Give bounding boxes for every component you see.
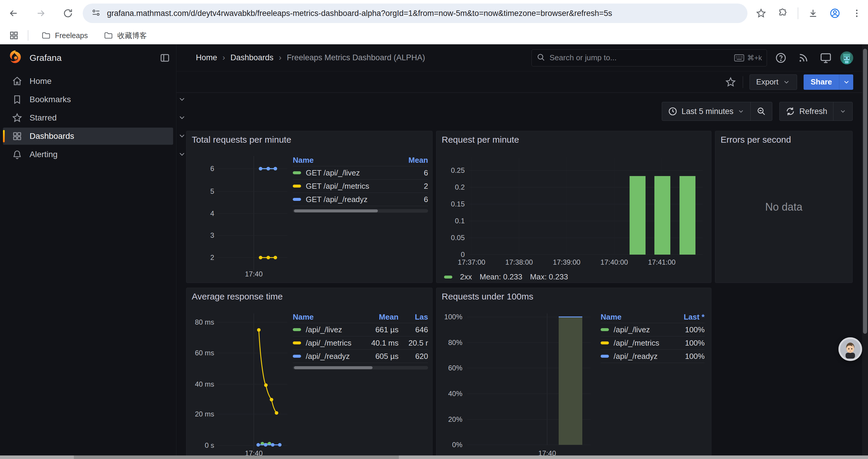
user-avatar[interactable] [840,52,853,64]
keyboard-icon [734,54,744,62]
profile-icon[interactable] [826,4,844,23]
bookmark-folder[interactable]: 收藏博客 [99,29,151,42]
monitor-icon[interactable] [817,49,834,66]
legend-item: 2xx [460,272,472,282]
series-color-swatch [293,198,301,201]
bell-icon [12,149,23,160]
svg-text:0.05: 0.05 [451,234,465,241]
svg-text:5: 5 [210,187,214,195]
url-bar[interactable]: grafana.mathmast.com/d/deytv4rwavabkb/fr… [83,4,747,23]
site-settings-icon[interactable] [91,8,101,19]
bookmark-star-icon[interactable] [752,4,771,23]
series-row[interactable]: GET /api/_/readyz6 [293,193,428,206]
brand-name[interactable]: Grafana [30,53,159,63]
series-color-swatch [601,341,609,345]
series-row[interactable]: /api/_/livez100% [601,323,705,336]
column-header[interactable]: Mean [360,313,399,322]
breadcrumb-item[interactable]: Dashboards [230,53,274,62]
series-row[interactable]: /api/_/readyz100% [601,350,705,363]
sidebar-item-label: Starred [30,113,57,123]
sidebar-item-label: Home [30,76,52,86]
search-shortcut: ⌘+k [734,54,762,62]
apps-grid-icon[interactable] [9,30,19,40]
zoom-out-icon [756,107,766,116]
svg-text:80%: 80% [448,338,462,347]
share-menu-button[interactable] [839,74,853,90]
dashboard-actions-bar: Export Share [176,71,868,93]
folder-icon [41,31,51,40]
svg-text:17:39:00: 17:39:00 [553,258,580,266]
chart-plot[interactable]: 100%80%60%40%20%0%17:40 [439,300,599,459]
time-zoom-out-button[interactable] [750,102,772,121]
chart-plot[interactable]: 80 ms60 ms40 ms20 ms0 s17:40 [189,300,291,459]
export-button[interactable]: Export [749,74,797,90]
svg-text:6: 6 [210,165,214,172]
news-rss-icon[interactable] [795,49,812,66]
downloads-icon[interactable] [804,4,823,23]
browser-menu-icon[interactable] [847,4,866,23]
sidebar-item-alerting[interactable]: Alerting [3,146,173,163]
extensions-icon[interactable] [773,4,793,23]
sidebar-item-label: Dashboards [30,131,74,141]
dock-menu-icon[interactable] [159,53,170,63]
svg-text:40%: 40% [448,390,462,398]
table-scrollbar[interactable] [293,366,428,369]
page-scrollbar-thumb[interactable] [863,49,867,334]
column-header[interactable]: Mean [396,156,428,165]
sidebar-item-home[interactable]: Home [3,73,173,90]
panel-legend-table: NameMeanLas/api/_/livez661 µs646/api/_/m… [293,311,428,369]
series-row[interactable]: /api/_/readyz605 µs620 [293,350,428,363]
horizontal-scrollbar[interactable] [0,455,868,459]
sidebar-item-starred[interactable]: Starred [3,109,173,126]
time-range-picker[interactable]: Last 5 minutes [662,102,751,121]
series-row[interactable]: /api/_/livez661 µs646 [293,323,428,336]
search-box[interactable]: ⌘+k [531,49,767,66]
column-header[interactable]: Name [293,313,360,322]
back-button[interactable] [4,4,23,23]
svg-text:100%: 100% [444,313,462,321]
refresh-button[interactable]: Refresh [780,102,833,121]
series-color-swatch [293,328,301,331]
table-scrollbar[interactable] [293,209,428,213]
series-row[interactable]: /api/_/metrics100% [601,336,705,350]
panel-title[interactable]: Errors per second [720,135,791,145]
panel-title[interactable]: Total requests per minute [192,135,291,145]
series-row[interactable]: GET /api/_/metrics2 [293,179,428,193]
browser-toolbar: grafana.mathmast.com/d/deytv4rwavabkb/fr… [0,0,868,27]
help-icon[interactable] [772,49,789,66]
assistant-avatar[interactable] [838,337,862,361]
search-input[interactable] [550,53,730,62]
column-header[interactable]: Name [293,156,396,165]
series-row[interactable]: GET /api/_/livez6 [293,166,428,179]
panel: Total requests per minute6543217:40NameM… [186,131,433,283]
bookmark-icon [12,94,23,105]
sidebar-item-dashboards[interactable]: Dashboards [3,128,173,145]
svg-text:0.25: 0.25 [451,166,465,174]
favorite-star-icon[interactable] [725,76,736,88]
series-color-swatch [601,355,609,358]
breadcrumb-separator: › [222,53,225,62]
bookmarks-bar: Freeleaps收藏博客 [0,27,868,44]
breadcrumb-item[interactable]: Home [196,53,217,62]
grafana-logo-icon[interactable] [8,50,23,66]
reload-button[interactable] [59,4,78,23]
svg-text:0.1: 0.1 [455,217,465,225]
sidebar-item-bookmarks[interactable]: Bookmarks [3,91,173,108]
share-button[interactable]: Share [804,74,839,90]
column-header[interactable]: Last * [672,313,705,322]
clock-icon [668,107,677,116]
panel: Average response time80 ms60 ms40 ms20 m… [186,288,433,459]
chart-legend[interactable]: 2xxMean: 0.233Max: 0.233 [444,272,568,282]
breadcrumb-separator: › [279,53,282,62]
bookmarks-divider [28,30,28,41]
svg-text:17:41:00: 17:41:00 [648,258,675,266]
chart-plot[interactable]: 0.250.20.150.10.05017:37:0017:38:0017:39… [441,143,707,270]
refresh-interval-button[interactable] [833,102,852,121]
column-header[interactable]: Name [601,313,672,322]
series-row[interactable]: /api/_/metrics40.1 ms20.5 r [293,336,428,350]
forward-button[interactable] [31,4,50,23]
column-header[interactable]: Las [399,313,428,322]
grafana-app: Grafana HomeBookmarksStarredDashboardsAl… [0,44,868,459]
bookmark-folder[interactable]: Freeleaps [37,29,92,42]
chart-plot[interactable]: 6543217:40 [189,143,291,280]
